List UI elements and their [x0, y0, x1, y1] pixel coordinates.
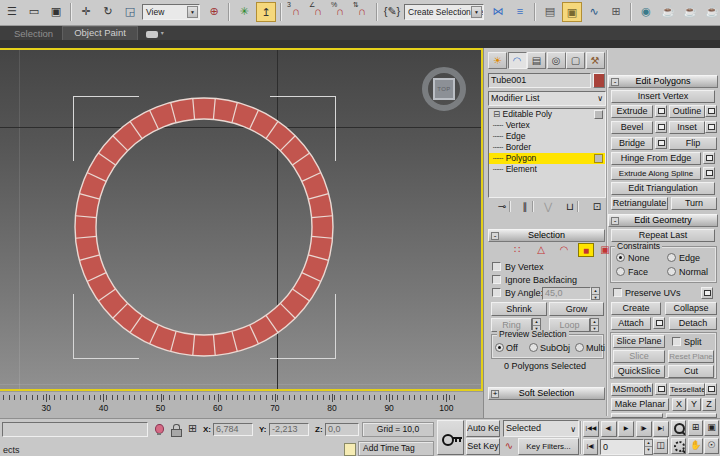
hinge-from-edge-button[interactable]: Hinge From Edge — [611, 152, 701, 165]
snap-3d-icon[interactable]: ∩3 — [286, 2, 306, 22]
make-planar-y-button[interactable]: Y — [687, 398, 701, 411]
track-bar[interactable]: 30405060708090100 — [0, 391, 483, 418]
collapse-icon[interactable]: - — [491, 232, 499, 240]
modifier-list-dropdown[interactable]: Modifier List ∨ — [488, 91, 606, 106]
extrude-settings-icon[interactable] — [655, 105, 667, 117]
next-frame-icon[interactable]: |▶ — [636, 421, 652, 437]
expand-icon[interactable]: + — [491, 390, 499, 398]
retriangulate-button[interactable]: Retriangulate — [611, 197, 668, 210]
msmooth-button[interactable]: MSmooth — [611, 383, 653, 396]
tab-selection[interactable]: Selection — [14, 27, 58, 40]
use-pivot-point-icon[interactable]: ⊕ — [204, 2, 224, 22]
chevron-down-icon[interactable]: ▼ — [187, 6, 198, 18]
show-end-result-icon[interactable]: ∥ — [517, 200, 533, 214]
object-name-field[interactable]: Tube001 — [488, 73, 591, 88]
quickslice-button[interactable]: QuickSlice — [613, 365, 665, 378]
percent-snap-icon[interactable]: ∩% — [330, 2, 350, 22]
collapse-button[interactable]: Collapse — [665, 302, 717, 315]
border-icon[interactable]: ◠ — [556, 243, 572, 257]
ignore-backfacing-checkbox[interactable] — [492, 275, 501, 284]
preview-off-radio[interactable] — [495, 343, 504, 352]
preserve-uvs-settings-icon[interactable] — [701, 287, 713, 299]
msmooth-settings-icon[interactable] — [655, 383, 667, 395]
x-coord-field[interactable]: 6,784 — [213, 423, 253, 436]
default-tangent-icon[interactable]: ∿ — [503, 438, 515, 455]
tab-object-paint[interactable]: Object Paint — [62, 26, 138, 41]
pan-icon[interactable]: ✋ — [688, 438, 703, 454]
reference-coordinate-system-dropdown[interactable]: View▼ — [142, 4, 200, 20]
angle-snap-icon[interactable]: ∩∠ — [308, 2, 328, 22]
stack-row-vertex[interactable]: ┄┄ Vertex — [489, 120, 605, 131]
slice-button[interactable]: Slice — [613, 350, 665, 363]
remove-modifier-icon[interactable]: ⊔ — [562, 200, 578, 214]
select-and-rotate-icon[interactable]: ↻ — [98, 2, 118, 22]
bridge-button[interactable]: Bridge — [611, 137, 653, 150]
zoom-region-icon[interactable] — [671, 438, 686, 454]
viewport-top[interactable]: TOP — [0, 48, 483, 391]
zoom-extents-icon[interactable]: ▣ — [704, 420, 719, 436]
loop-spinner[interactable] — [590, 318, 599, 332]
insert-vertex-button[interactable]: Insert Vertex — [611, 90, 715, 103]
motion-tab[interactable]: ◎ — [547, 52, 566, 69]
zoom-icon[interactable] — [671, 420, 686, 436]
object-color-swatch[interactable] — [593, 73, 605, 88]
constraint-edge-radio[interactable] — [667, 253, 676, 262]
rendered-frame-icon[interactable]: ☕ — [680, 2, 700, 22]
edit-triangulation-button[interactable]: Edit Triangulation — [611, 182, 715, 195]
render-setup-icon[interactable]: ☕ — [658, 2, 678, 22]
by-angle-spinner[interactable] — [591, 287, 600, 300]
rollout-selection-header[interactable]: -Selection — [488, 229, 605, 242]
make-planar-button[interactable]: Make Planar — [611, 398, 669, 411]
rectangular-selection-icon[interactable]: ▭ — [24, 2, 44, 22]
outline-settings-icon[interactable] — [705, 105, 717, 117]
make-planar-z-button[interactable]: Z — [702, 398, 716, 411]
stack-row-edge[interactable]: ┄┄ Edge — [489, 131, 605, 142]
selection-set-dropdown[interactable]: Selected ∨ — [503, 420, 579, 437]
create-button[interactable]: Create — [611, 302, 661, 315]
rollout-edit-geometry-header[interactable]: -Edit Geometry — [608, 214, 718, 227]
chevron-down-icon[interactable]: ▼ — [471, 6, 482, 18]
keyboard-override-icon[interactable]: ↥ — [256, 2, 276, 22]
shrink-button[interactable]: Shrink — [491, 302, 547, 316]
select-and-move-icon[interactable]: ✛ — [76, 2, 96, 22]
collapse-icon[interactable]: - — [611, 217, 619, 225]
stack-row-button[interactable] — [594, 154, 603, 163]
viewcube[interactable]: TOP — [433, 78, 455, 100]
attach-button[interactable]: Attach — [611, 317, 651, 330]
hierarchy-tab[interactable]: ▤ — [527, 52, 546, 69]
preview-multi-radio[interactable] — [575, 343, 584, 352]
extrude-button[interactable]: Extrude — [611, 105, 653, 118]
modify-tab[interactable]: ◠ — [508, 52, 527, 69]
grow-button[interactable]: Grow — [549, 302, 604, 316]
pin-stack-icon[interactable]: ⊸ — [494, 200, 510, 214]
make-planar-x-button[interactable]: X — [672, 398, 686, 411]
by-vertex-checkbox[interactable] — [492, 262, 501, 271]
utilities-tab[interactable]: ⚒ — [586, 52, 605, 69]
selection-lock-icon[interactable] — [168, 422, 183, 437]
edge-icon[interactable]: △ — [533, 243, 549, 257]
split-checkbox[interactable] — [672, 337, 681, 346]
extrude-along-spline-settings-icon[interactable] — [703, 167, 715, 179]
preserve-uvs-checkbox[interactable] — [613, 288, 622, 297]
adaptive-degradation-icon[interactable] — [151, 422, 166, 437]
go-to-start-icon[interactable]: |◀◀ — [583, 421, 599, 437]
turn-button[interactable]: Turn — [671, 197, 717, 210]
tessellate-settings-icon[interactable] — [705, 383, 717, 395]
make-unique-icon[interactable]: ⋁ — [540, 200, 556, 214]
collapse-icon[interactable]: ⊟ — [493, 109, 500, 119]
rollout-edit-polygons-header[interactable]: -Edit Polygons — [608, 75, 718, 88]
polygon-icon[interactable]: ■ — [578, 243, 594, 257]
selection-set-name-dropdown[interactable]: Create Selection Se▼ — [404, 4, 484, 20]
extrude-along-spline-button[interactable]: Extrude Along Spline — [611, 167, 701, 180]
window-crossing-icon[interactable]: ▣ — [46, 2, 66, 22]
current-frame-field[interactable]: 0 — [600, 439, 644, 455]
select-and-scale-icon[interactable]: ◲ — [120, 2, 140, 22]
transform-gizmo-icon[interactable]: ⊞ — [185, 421, 200, 436]
create-tab[interactable]: ☀ — [488, 52, 507, 69]
zoom-all-icon[interactable]: ⊞ — [688, 420, 703, 436]
ribbon-menu-button[interactable]: ▾ — [146, 27, 170, 41]
set-keys-button[interactable] — [437, 420, 464, 455]
mirror-icon[interactable]: ⋈ — [488, 2, 508, 22]
curve-editor-icon[interactable]: ∿ — [584, 2, 604, 22]
flip-button[interactable]: Flip — [669, 137, 717, 150]
